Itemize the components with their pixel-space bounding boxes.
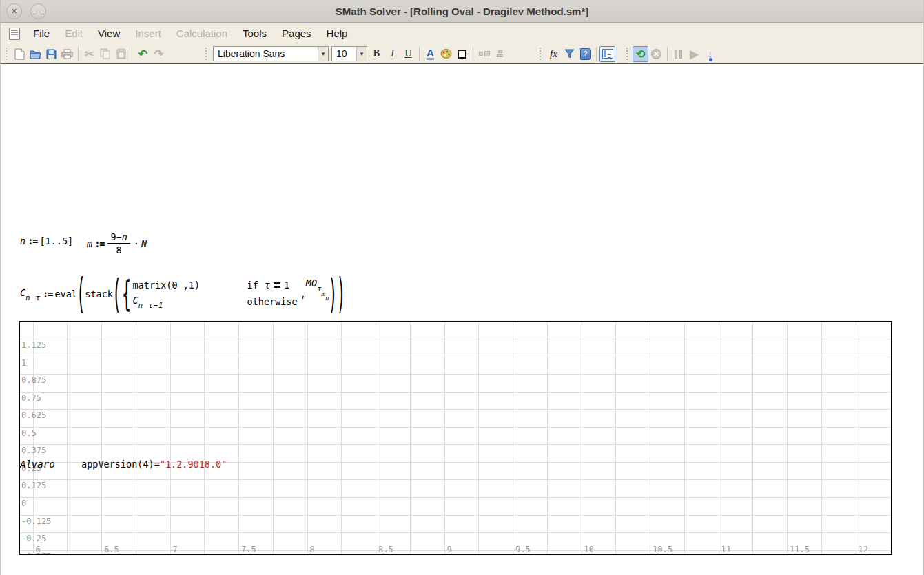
font-name-combo[interactable]: Liberation Sans ▾ (213, 46, 329, 61)
close-paren: ) (338, 273, 343, 315)
assign-operator: := (41, 289, 54, 300)
font-color-button[interactable]: A (422, 46, 438, 62)
y-axis-tick-label: -0.25 (21, 534, 46, 543)
sidebar-panel-icon (602, 49, 613, 59)
italic-button[interactable]: I (384, 46, 400, 62)
y-axis-tick-label: 0.75 (21, 393, 41, 403)
clipboard-icon (116, 48, 126, 59)
font-name-value: Liberation Sans (214, 48, 318, 59)
gridline-horizontal (20, 409, 891, 410)
step-into-icon: ↓ (708, 50, 713, 58)
paste-button (113, 46, 129, 62)
border-icon (458, 50, 466, 59)
x-axis-tick-label: 6.5 (104, 545, 119, 554)
debug-step-button[interactable]: ↓ (702, 46, 718, 62)
appversion-formula[interactable]: appVersion(4)="1.2.9018.0" (81, 459, 227, 470)
redo-icon: ↷ (154, 48, 163, 61)
worksheet-canvas[interactable]: n:=[1..5] m := 9−n 8 · N Cn τ := eval ( … (1, 65, 923, 575)
vertical-spacing-icon (497, 50, 503, 57)
appversion-result-string: "1.2.9018.0" (160, 459, 227, 470)
filter-button[interactable] (562, 46, 577, 62)
chevron-down-icon[interactable]: ▾ (318, 47, 328, 61)
gridline-horizontal (20, 444, 891, 445)
title-bar: × – SMath Solver - [Rolling Oval - Dragi… (1, 0, 923, 23)
piecewise-cases: matrix(0 ,1) if τ 1 Cn τ−1 otherwise (133, 280, 298, 309)
fraction: 9−n 8 (107, 231, 130, 255)
formula-m[interactable]: m := 9−n 8 · N (87, 231, 147, 255)
filter-funnel-icon (564, 49, 575, 59)
x-axis-tick-label: 6 (36, 545, 41, 554)
x-axis-tick-label: 8.5 (378, 545, 393, 554)
x-axis-tick-label: 12 (859, 545, 868, 554)
eval-function: eval (54, 289, 77, 300)
toolbar-separator (419, 47, 420, 61)
plot-area[interactable]: 1.12510.8750.750.6250.50.3750.250.1250-0… (19, 321, 892, 555)
menu-file[interactable]: File (25, 24, 57, 43)
menu-pages[interactable]: Pages (274, 24, 319, 43)
author-text[interactable]: Alvaro (20, 459, 55, 470)
toolbar-grip[interactable] (540, 48, 542, 60)
cut-button: ✂ (81, 46, 97, 62)
save-file-button[interactable] (43, 46, 59, 62)
refresh-icon: ⟲ (636, 48, 645, 61)
recalculate-button[interactable]: ⟲ (633, 46, 648, 62)
gridline-horizontal (20, 427, 891, 428)
show-sidebar-button[interactable] (599, 46, 615, 62)
y-axis-tick-label: 1 (21, 358, 26, 368)
x-axis-tick-label: 9.5 (515, 545, 531, 554)
formula-var: C (20, 287, 25, 298)
menu-help[interactable]: Help (319, 24, 356, 43)
formula-subscript: n τ (25, 293, 41, 302)
new-document-button[interactable] (12, 46, 28, 62)
undo-button[interactable]: ↶ (135, 46, 151, 62)
mo-subscript-3: n (325, 295, 329, 302)
toolbar-grip[interactable] (6, 48, 8, 60)
copy-icon (100, 48, 110, 59)
bold-icon: B (373, 48, 380, 59)
cases-brace: { (122, 276, 132, 312)
stack-function: stack (85, 289, 113, 300)
menu-view[interactable]: View (90, 24, 127, 43)
otherwise-keyword: otherwise (247, 296, 298, 307)
scissors-icon: ✂ (85, 48, 94, 61)
open-file-button[interactable] (28, 46, 43, 62)
italic-icon: I (391, 48, 394, 59)
toolbar-grip[interactable] (205, 48, 208, 60)
x-axis-tick-label: 11 (721, 545, 731, 554)
menu-insert: Insert (127, 24, 169, 43)
pause-icon (675, 50, 682, 59)
formula-n-range[interactable]: n:=[1..5] (20, 236, 73, 247)
x-axis-tick-label: 10 (584, 545, 594, 554)
formula-var: m (87, 238, 92, 249)
print-button[interactable] (59, 46, 75, 62)
formula-var: n (20, 236, 25, 247)
stop-icon: ✕ (651, 49, 661, 59)
font-size-combo[interactable]: 10 ▾ (331, 46, 367, 61)
chevron-down-icon[interactable]: ▾ (356, 47, 367, 61)
border-button[interactable] (454, 46, 470, 62)
font-color-icon: A (427, 48, 434, 60)
document-icon[interactable] (9, 28, 20, 40)
function-icon: fx (550, 48, 557, 60)
printer-icon (61, 49, 73, 59)
toolbar-separator (132, 47, 132, 61)
insert-function-button[interactable]: fx (546, 46, 562, 62)
menu-tools[interactable]: Tools (235, 24, 274, 43)
play-icon: ▶ (690, 48, 698, 61)
font-size-value: 10 (332, 48, 356, 59)
toolbar-grip[interactable] (626, 48, 629, 60)
horizontal-spacing-icon (479, 51, 490, 56)
gridline-horizontal (20, 532, 891, 533)
background-color-button[interactable] (438, 46, 454, 62)
redo-button: ↷ (151, 46, 167, 62)
formula-c-matrix[interactable]: Cn τ := eval ( stack ( { matrix(0 ,1) if… (20, 269, 345, 320)
underline-button[interactable]: U (400, 46, 416, 62)
bold-button[interactable]: B (369, 46, 384, 62)
minimize-button[interactable]: – (30, 3, 46, 19)
if-keyword: if (247, 280, 258, 291)
open-paren: ( (79, 273, 84, 315)
close-button[interactable]: × (6, 3, 22, 19)
formula-factor: N (141, 238, 147, 249)
reference-book-button[interactable]: ? (577, 46, 593, 62)
mo-matrix-var: MO (306, 278, 317, 289)
